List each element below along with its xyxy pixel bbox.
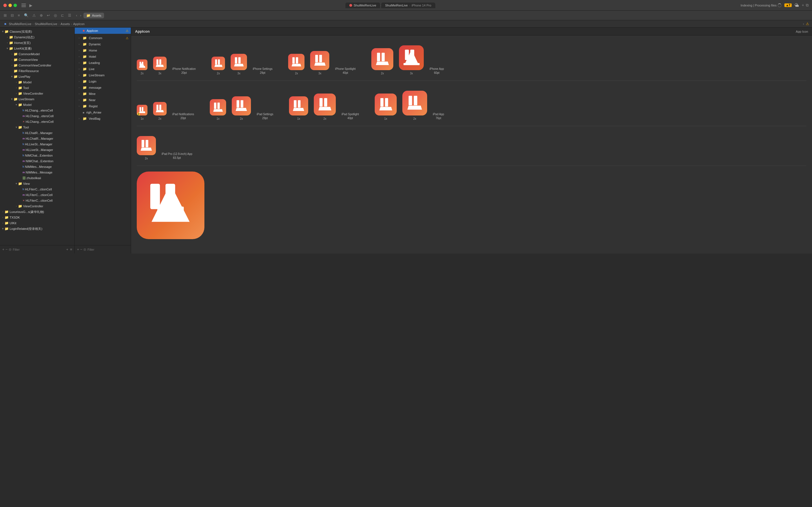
nav-forward[interactable]: › [79, 13, 82, 18]
tree-item-m1[interactable]: m HLChang...etersCell [0, 113, 74, 119]
folder-leading[interactable]: › 📁 Leading [75, 60, 131, 66]
tree-item-model2[interactable]: ▼ 📁 Model [0, 102, 74, 108]
folder-livestream[interactable]: › 📁 LiveStream [75, 72, 131, 78]
folder-near[interactable]: › 📁 Near [75, 97, 131, 103]
nav-back[interactable]: ‹ [75, 13, 79, 18]
tree-item-luxurious[interactable]: › 📁 LuxuriousG...s(豪华礼物) [0, 209, 74, 215]
traffic-lights [3, 4, 17, 7]
svg-rect-48 [414, 96, 417, 105]
folder-vestbag[interactable]: › 📁 VestBag [75, 115, 131, 122]
options-icon[interactable]: ≡ [70, 247, 72, 251]
icon-multiplier: 2x [381, 72, 384, 75]
tree-item-home[interactable]: › 📁 Home(首页) [0, 40, 74, 46]
remove-item-button[interactable]: − [6, 247, 8, 251]
play-button[interactable]: ▶ [29, 3, 33, 8]
add-tab-button[interactable]: + [802, 3, 804, 8]
tree-item-filterresource[interactable]: 📁 FilterResource [0, 68, 74, 74]
tree-item-zhubolikaii[interactable]: 🖼 zhubolikaii [0, 175, 74, 181]
tree-item-x1[interactable]: ✕ HLChang...etersCell [0, 119, 74, 124]
middle-filter-input[interactable] [87, 248, 129, 251]
left-filter-input[interactable] [13, 248, 65, 251]
tree-item-chatmanager-m[interactable]: m HLChatR...Manager [0, 136, 74, 142]
toolbar-icon-5[interactable]: ⚠ [31, 13, 37, 18]
tree-item-commonview[interactable]: › 📁 CommonView [0, 57, 74, 62]
tab-shuimeirenlive[interactable]: ShuiMeiRenLive [345, 3, 380, 8]
toolbar-icon-8[interactable]: ◎ [52, 13, 58, 18]
appicon-label: AppIcon [87, 29, 98, 33]
tree-item-uikit[interactable]: › 📁 UIKit [0, 220, 74, 226]
tree-item-liveplay[interactable]: ▼ 📁 LivePlay [0, 74, 74, 79]
toolbar-icon-6[interactable]: ⊕ [38, 13, 44, 18]
folder-label: Hotel [89, 55, 96, 58]
tree-item-filter-h[interactable]: h HLFiterC...ctionCell [0, 186, 74, 192]
svg-rect-47 [409, 96, 412, 105]
tree-item-txsdk[interactable]: › 📁 TXSDK [0, 215, 74, 220]
ipad-row: ⚠️ 1x 2x [137, 87, 806, 120]
tree-item-tool2[interactable]: ▼ 📁 Tool [0, 124, 74, 130]
tab-device[interactable]: ShuiMeiRenLive › iPhone 14 Pro [381, 3, 435, 8]
detail-back[interactable]: ‹ [803, 22, 804, 26]
sidebar-toggle[interactable] [21, 4, 26, 7]
add-item-button[interactable]: + [2, 247, 4, 251]
remove-asset-button[interactable]: − [80, 247, 83, 251]
title-bar-left: ▶ [3, 3, 40, 8]
appicon-item[interactable]: ■ AppIcon ⚠ [75, 27, 131, 34]
toolbar-icon-1[interactable]: ⊞ [2, 13, 8, 18]
tree-item-vc1[interactable]: › 📁 ViewController [0, 91, 74, 96]
window-controls[interactable]: ⧉ [806, 3, 809, 8]
tree-item-vc2[interactable]: › 📁 ViewController [0, 203, 74, 209]
icon-cell [210, 99, 226, 115]
folder-icon: 📁 [4, 227, 9, 231]
folder-login[interactable]: › 📁 Login [75, 78, 131, 84]
breadcrumb-1[interactable]: ShuiMeiRenLive [9, 22, 31, 25]
tree-item-nimchat-h[interactable]: h NIMChat...Extention [0, 153, 74, 158]
tree-item-livekit[interactable]: ▼ 📁 LiveKit(直播) [0, 46, 74, 51]
tree-item-filter-m[interactable]: m HLFiterC...ctionCell [0, 192, 74, 198]
close-button[interactable] [3, 4, 7, 7]
tree-item-loginrelated[interactable]: ▼ 📁 LoginRelated(登录相关) [0, 226, 74, 231]
tree-item-commonvc[interactable]: › 📁 CommonViewController [0, 62, 74, 68]
tree-item-filter-x[interactable]: ✕ HLFiterC...ctionCell [0, 198, 74, 203]
folder-regist[interactable]: › 📁 Regist [75, 103, 131, 109]
tree-item-h1[interactable]: h HLChang...etersCell [0, 108, 74, 113]
tree-item-model1[interactable]: › 📁 Model [0, 79, 74, 85]
toolbar-icon-3[interactable]: ≡ [16, 13, 21, 18]
item-righ-arraw[interactable]: ■ righ_Arraw [75, 109, 131, 115]
tree-item-dynamic[interactable]: › 📁 Dynamic(动态) [0, 34, 74, 40]
minimize-button[interactable] [8, 4, 12, 7]
toolbar-icon-4[interactable]: 🔍 [22, 13, 30, 18]
folder-live[interactable]: › 📁 Live [75, 66, 131, 72]
folder-commom[interactable]: › 📁 Commom ⚠ [75, 35, 131, 41]
tree-item-nimmes-m[interactable]: m NIMMes...Message [0, 170, 74, 175]
folder-message[interactable]: › 📁 message [75, 84, 131, 91]
folder-home[interactable]: › 📁 Home [75, 47, 131, 54]
tree-item-livestmanager-h[interactable]: h HLLiveSt...Manager [0, 142, 74, 147]
breadcrumb-2[interactable]: ShuiMeiRenLive [35, 22, 57, 25]
tree-item-commonmodel[interactable]: › 📁 CommonModel [0, 51, 74, 57]
tree-item-root[interactable]: ▼ 📁 Classes(实现类) [0, 29, 74, 34]
tree-item-livestream[interactable]: ▼ 📁 LiveStream [0, 96, 74, 102]
tree-item-chatmanager-h[interactable]: h HLChatR...Manager [0, 130, 74, 136]
toolbar-icon-2[interactable]: ⊟ [9, 13, 15, 18]
toolbar-icon-10[interactable]: ☰ [66, 13, 73, 18]
folder-mine[interactable]: › 📁 Mine [75, 91, 131, 97]
toolbar-icon-9[interactable]: ⊏ [59, 13, 65, 18]
toolbar-icon-7[interactable]: ↩ [45, 13, 51, 18]
breadcrumb-3[interactable]: Assets [61, 22, 70, 25]
tree-item-livestmanager-m[interactable]: m HLLiveSt...Manager [0, 147, 74, 153]
assets-tab[interactable]: 📁 Assets [84, 13, 104, 18]
tree-item-nimchat-m[interactable]: m NIMChat...Extention [0, 158, 74, 164]
tree-item-view[interactable]: ▼ 📁 View [0, 181, 74, 186]
folder-icon: 📁 [83, 79, 87, 83]
warning-nav[interactable]: ⚠ [806, 22, 809, 26]
folder-hotel[interactable]: › 📁 Hotel [75, 54, 131, 60]
sort-icon[interactable]: + [66, 247, 68, 251]
add-asset-button[interactable]: + [77, 247, 79, 251]
tree-item-tool1[interactable]: › 📁 Tool [0, 85, 74, 91]
folder-icon: 📁 [4, 210, 9, 214]
breadcrumb-4[interactable]: AppIcon [73, 22, 85, 25]
maximize-button[interactable] [13, 4, 17, 7]
tree-item-nimmes-h[interactable]: h NIMMes...Message [0, 164, 74, 170]
icon-cell [371, 48, 393, 70]
folder-dynamic[interactable]: › 📁 Dynamic [75, 41, 131, 47]
